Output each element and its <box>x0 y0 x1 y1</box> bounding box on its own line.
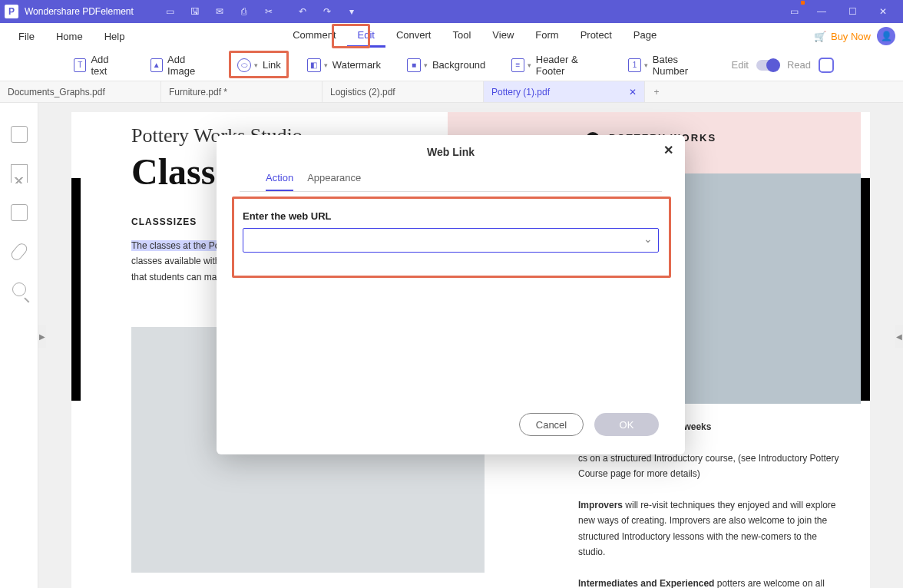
header-footer-label: Header & Footer <box>536 54 603 77</box>
minimize-button[interactable]: — <box>806 0 837 23</box>
url-input-label: Enter the web URL <box>243 210 659 222</box>
search-icon[interactable] <box>12 282 26 296</box>
undo-icon[interactable]: ↶ <box>293 2 312 21</box>
chevron-down-icon[interactable]: ▾ <box>342 2 361 21</box>
menu-tool[interactable]: Tool <box>442 25 481 48</box>
tab-documents-graphs[interactable]: Documents_Graphs.pdf <box>0 81 161 102</box>
dialog-close-icon[interactable]: ✕ <box>662 144 674 157</box>
background-label: Background <box>432 59 485 71</box>
cart-icon: 🛒 <box>814 31 826 42</box>
watermark-tool[interactable]: ◧ ▾ Watermark <box>303 55 385 75</box>
chevron-down-icon[interactable]: ▾ <box>644 61 648 69</box>
background-tool[interactable]: ■ ▾ Background <box>402 55 490 75</box>
app-logo-icon: P <box>5 5 18 18</box>
read-mode-label: Read <box>787 59 811 71</box>
edit-read-toggle[interactable] <box>756 60 779 71</box>
link-tool[interactable]: ⬭ ▾ Link <box>233 55 286 75</box>
maximize-button[interactable]: ☐ <box>837 0 868 23</box>
tab-logistics[interactable]: Logistics (2).pdf <box>322 81 484 102</box>
share-icon[interactable]: ✂ <box>260 2 278 21</box>
menu-protect[interactable]: Protect <box>570 25 623 48</box>
menu-page[interactable]: Page <box>623 25 667 48</box>
thumbnails-icon[interactable] <box>11 126 28 143</box>
web-link-dialog: Web Link ✕ Action Appearance Enter the w… <box>217 135 685 454</box>
tab-label: Furniture.pdf * <box>169 87 227 97</box>
menu-file[interactable]: File <box>8 26 45 47</box>
menu-comment[interactable]: Comment <box>282 25 346 48</box>
open-folder-icon[interactable]: ▭ <box>161 2 180 21</box>
close-button[interactable]: ✕ <box>868 0 898 23</box>
ok-button[interactable]: OK <box>594 413 659 436</box>
dialog-tab-appearance[interactable]: Appearance <box>307 169 361 191</box>
page-decor <box>861 178 870 401</box>
tab-pottery[interactable]: Pottery (1).pdf ✕ <box>484 81 645 102</box>
header-footer-icon: ≡ <box>511 58 524 72</box>
dialog-title: Web Link ✕ <box>217 135 685 166</box>
save-icon[interactable]: 🖫 <box>186 2 204 21</box>
link-icon: ⬭ <box>237 58 251 72</box>
chevron-down-icon[interactable]: ▾ <box>324 61 328 69</box>
tab-label: Documents_Graphs.pdf <box>8 87 105 97</box>
window-layout-icon[interactable]: ▭ <box>785 2 803 21</box>
comments-icon[interactable] <box>11 204 28 221</box>
expand-left-panel-button[interactable]: ▶ <box>38 325 46 348</box>
page-title: Class <box>131 150 215 193</box>
dialog-footer: Cancel OK <box>217 413 685 454</box>
bates-number-tool[interactable]: 1 ▾ Bates Number <box>624 51 714 80</box>
watermark-label: Watermark <box>332 59 381 71</box>
menu-view[interactable]: View <box>481 25 524 48</box>
user-avatar-icon[interactable]: 👤 <box>877 27 895 45</box>
bookmark-icon[interactable] <box>11 164 28 183</box>
menu-form[interactable]: Form <box>524 25 569 48</box>
menu-home[interactable]: Home <box>45 26 94 47</box>
left-sidebar <box>0 103 38 588</box>
add-text-tool[interactable]: T Add text <box>69 51 129 80</box>
add-text-label: Add text <box>91 54 124 77</box>
new-tab-button[interactable]: + <box>645 81 668 102</box>
dialog-tabs: Action Appearance <box>240 166 662 192</box>
expand-right-panel-button[interactable]: ◀ <box>895 325 903 348</box>
print-icon[interactable]: ⎙ <box>235 2 253 21</box>
app-title: Wondershare PDFelement <box>25 6 134 17</box>
bates-icon: 1 <box>628 58 640 72</box>
tab-label: Logistics (2).pdf <box>330 87 395 97</box>
document-tabs: Documents_Graphs.pdf Furniture.pdf * Log… <box>0 81 903 103</box>
chevron-down-icon[interactable]: ▾ <box>254 61 258 69</box>
title-bar: P Wondershare PDFelement ▭ 🖫 ✉ ⎙ ✂ ↶ ↷ ▾… <box>0 0 903 23</box>
text-icon: T <box>74 58 86 72</box>
dialog-body: Enter the web URL <box>217 192 685 413</box>
settings-icon[interactable] <box>819 58 834 73</box>
menu-bar: File Home Help Comment Edit Convert Tool… <box>0 23 903 49</box>
tab-furniture[interactable]: Furniture.pdf * <box>161 81 322 102</box>
add-image-label: Add Image <box>167 54 211 77</box>
edit-mode-label: Edit <box>732 59 749 71</box>
web-url-input[interactable] <box>243 228 659 253</box>
header-footer-tool[interactable]: ≡ ▾ Header & Footer <box>507 51 607 80</box>
cancel-button[interactable]: Cancel <box>519 413 584 436</box>
redo-icon[interactable]: ↷ <box>318 2 336 21</box>
page-decor <box>71 178 81 401</box>
section-heading: CLASSSIZES <box>131 216 197 227</box>
menu-convert[interactable]: Convert <box>385 25 442 48</box>
close-tab-icon[interactable]: ✕ <box>629 87 637 97</box>
menu-help[interactable]: Help <box>94 26 136 47</box>
buy-now-link[interactable]: 🛒 Buy Now <box>814 31 871 42</box>
watermark-icon: ◧ <box>307 58 321 72</box>
background-icon: ■ <box>407 58 421 72</box>
add-image-tool[interactable]: ▲ Add Image <box>146 51 216 80</box>
edit-toolbar: T Add text ▲ Add Image ⬭ ▾ Link ◧ ▾ Wate… <box>0 49 903 81</box>
attachments-icon[interactable] <box>8 241 28 262</box>
tab-label: Pottery (1).pdf <box>491 87 550 97</box>
dialog-tab-action[interactable]: Action <box>266 169 293 191</box>
mail-icon[interactable]: ✉ <box>210 2 229 21</box>
image-icon: ▲ <box>150 58 163 72</box>
buy-now-label: Buy Now <box>831 31 871 42</box>
link-label: Link <box>263 59 281 71</box>
chevron-down-icon[interactable]: ▾ <box>424 61 428 69</box>
bates-label: Bates Number <box>653 54 710 77</box>
menu-edit[interactable]: Edit <box>347 25 385 48</box>
chevron-down-icon[interactable]: ▾ <box>528 61 531 69</box>
